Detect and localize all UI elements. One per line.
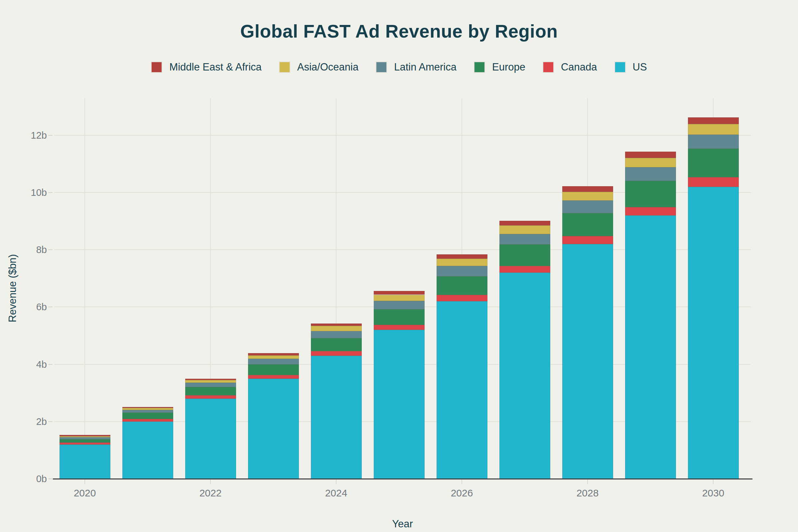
bar-2026-canada[interactable] — [437, 295, 488, 301]
bar-2029-us[interactable] — [625, 215, 676, 479]
y-tick-mark-2b — [48, 421, 53, 422]
bar-2020-asia-oceania[interactable] — [59, 436, 110, 437]
bar-2021-europe[interactable] — [122, 413, 173, 419]
legend-label-asia-oceania: Asia/Oceania — [297, 61, 358, 73]
bar-2025-canada[interactable] — [374, 325, 424, 330]
x-tick-label-2030: 2030 — [702, 488, 724, 499]
x-tick-label-2024: 2024 — [325, 488, 347, 499]
bar-2023-latin-america[interactable] — [248, 359, 299, 364]
bar-2021-middle-east-africa[interactable] — [122, 407, 173, 408]
bar-2023-middle-east-africa[interactable] — [248, 353, 299, 356]
bar-2027-us[interactable] — [499, 273, 550, 479]
bar-2021-asia-oceania[interactable] — [122, 408, 173, 410]
legend-label-canada: Canada — [561, 61, 597, 73]
bar-2022-us[interactable] — [185, 399, 236, 479]
legend-label-middle-east-africa: Middle East & Africa — [169, 61, 261, 73]
x-tick-mark-2020 — [84, 479, 85, 484]
gridline-horizontal-12b — [54, 135, 751, 136]
legend-swatch-latin-america — [376, 61, 387, 73]
bar-2029-asia-oceania[interactable] — [625, 158, 676, 167]
bar-2026-latin-america[interactable] — [437, 266, 488, 276]
y-tick-label-10b: 10b — [31, 187, 47, 198]
bar-2028-us[interactable] — [562, 244, 613, 479]
bar-2020-us[interactable] — [59, 444, 110, 479]
bar-2028-europe[interactable] — [562, 213, 613, 236]
bar-2025-asia-oceania[interactable] — [374, 295, 424, 301]
bar-2021-latin-america[interactable] — [122, 410, 173, 413]
y-tick-mark-8b — [48, 249, 53, 250]
legend-label-europe: Europe — [492, 61, 525, 73]
legend-swatch-middle-east-africa — [151, 61, 162, 73]
bar-2029-canada[interactable] — [625, 207, 676, 215]
bar-2030-asia-oceania[interactable] — [688, 124, 739, 135]
bar-2023-europe[interactable] — [248, 364, 299, 375]
legend-item-middle-east-africa[interactable]: Middle East & Africa — [151, 61, 261, 73]
bar-2023-canada[interactable] — [248, 375, 299, 378]
bar-2020-canada[interactable] — [59, 442, 110, 444]
bar-2030-us[interactable] — [688, 187, 739, 479]
bar-2020-latin-america[interactable] — [59, 437, 110, 439]
chart-root: Global FAST Ad Revenue by Region Middle … — [0, 0, 798, 532]
x-tick-mark-2030 — [713, 479, 714, 484]
bar-2025-us[interactable] — [374, 330, 424, 479]
bar-2027-asia-oceania[interactable] — [499, 225, 550, 234]
bar-2030-middle-east-africa[interactable] — [688, 117, 739, 124]
legend-swatch-canada — [543, 61, 554, 73]
y-tick-mark-6b — [48, 307, 53, 307]
bar-2026-europe[interactable] — [437, 276, 488, 295]
bar-2028-asia-oceania[interactable] — [562, 192, 613, 201]
legend-item-asia-oceania[interactable]: Asia/Oceania — [279, 61, 358, 73]
bar-2024-latin-america[interactable] — [311, 331, 362, 339]
bar-2029-europe[interactable] — [625, 181, 676, 207]
bar-2025-latin-america[interactable] — [374, 301, 424, 309]
bar-2022-asia-oceania[interactable] — [185, 380, 236, 383]
bar-2027-middle-east-africa[interactable] — [499, 221, 550, 225]
bar-2021-us[interactable] — [122, 422, 173, 479]
legend-swatch-europe — [474, 61, 485, 73]
bar-2028-latin-america[interactable] — [562, 201, 613, 213]
bar-2022-middle-east-africa[interactable] — [185, 379, 236, 380]
x-tick-mark-2028 — [587, 479, 588, 484]
bar-2021-canada[interactable] — [122, 419, 173, 422]
chart-title: Global FAST Ad Revenue by Region — [0, 21, 798, 42]
bar-2026-middle-east-africa[interactable] — [437, 254, 488, 259]
bar-2020-europe[interactable] — [59, 439, 110, 442]
bar-2024-europe[interactable] — [311, 338, 362, 351]
bar-2026-us[interactable] — [437, 301, 488, 479]
bar-2023-us[interactable] — [248, 379, 299, 479]
bar-2024-asia-oceania[interactable] — [311, 326, 362, 331]
bar-2024-us[interactable] — [311, 356, 362, 479]
bar-2026-asia-oceania[interactable] — [437, 259, 488, 266]
bar-2020-middle-east-africa[interactable] — [59, 435, 110, 436]
legend-item-us[interactable]: US — [614, 61, 647, 73]
x-tick-label-2026: 2026 — [451, 488, 473, 499]
y-tick-mark-12b — [48, 135, 53, 136]
bar-2028-canada[interactable] — [562, 236, 613, 244]
x-tick-mark-2024 — [336, 479, 337, 484]
legend-item-latin-america[interactable]: Latin America — [376, 61, 457, 73]
x-tick-label-2028: 2028 — [576, 488, 599, 499]
bar-2030-europe[interactable] — [688, 149, 739, 177]
bar-2025-europe[interactable] — [374, 309, 424, 325]
x-tick-label-2022: 2022 — [200, 488, 222, 499]
bar-2027-europe[interactable] — [499, 244, 550, 266]
bar-2022-canada[interactable] — [185, 395, 236, 399]
y-tick-label-6b: 6b — [36, 302, 47, 312]
bar-2022-europe[interactable] — [185, 387, 236, 395]
bar-2024-canada[interactable] — [311, 351, 362, 356]
bar-2030-canada[interactable] — [688, 177, 739, 187]
bar-2027-latin-america[interactable] — [499, 234, 550, 244]
bar-2027-canada[interactable] — [499, 266, 550, 273]
bar-2022-latin-america[interactable] — [185, 383, 236, 387]
bar-2030-latin-america[interactable] — [688, 135, 739, 149]
bar-2023-asia-oceania[interactable] — [248, 356, 299, 359]
bar-2029-latin-america[interactable] — [625, 167, 676, 181]
legend-item-canada[interactable]: Canada — [543, 61, 597, 73]
y-tick-label-0b: 0b — [36, 474, 47, 484]
bar-2029-middle-east-africa[interactable] — [625, 152, 676, 158]
y-tick-mark-0b — [48, 478, 53, 479]
bar-2025-middle-east-africa[interactable] — [374, 291, 424, 294]
bar-2028-middle-east-africa[interactable] — [562, 186, 613, 192]
legend-item-europe[interactable]: Europe — [474, 61, 525, 73]
bar-2024-middle-east-africa[interactable] — [311, 324, 362, 326]
